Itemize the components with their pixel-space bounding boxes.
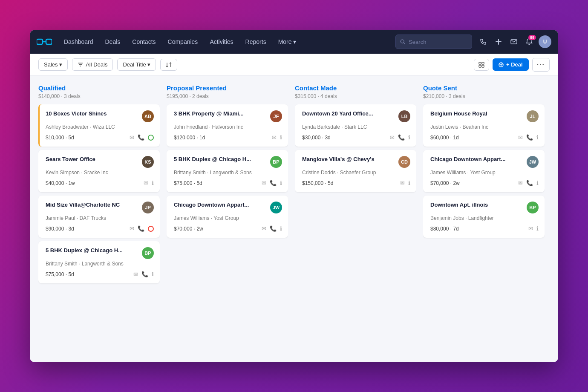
mail-icon: [510, 38, 517, 45]
col-meta-contact: $315,000 · 4 deals: [295, 93, 416, 99]
deal-card[interactable]: Downtown 20 Yard Office... LB Lynda Bark…: [295, 104, 416, 147]
list-view-btn[interactable]: [474, 59, 489, 71]
all-deals-btn[interactable]: All Deals: [72, 58, 113, 71]
mail-action-icon[interactable]: ✉: [262, 225, 266, 232]
deal-card[interactable]: 5 BHK Duplex @ Chicago H... BP Brittany …: [167, 150, 288, 192]
info-action-icon[interactable]: ℹ: [152, 180, 154, 186]
notifications-btn[interactable]: 89: [523, 36, 535, 48]
avatar: AB: [142, 110, 154, 122]
mail-action-icon[interactable]: ✉: [518, 180, 523, 186]
mail-icon-btn[interactable]: [508, 36, 520, 48]
info-action-icon[interactable]: ℹ: [536, 225, 539, 232]
sales-filter-btn[interactable]: Sales ▾: [38, 58, 68, 71]
deal-contact: Benjamin Jobs · Landfighter: [430, 215, 539, 221]
more-options-btn[interactable]: ···: [532, 58, 550, 72]
deal-actions: ✉ 📞 ℹ: [518, 134, 539, 141]
deal-amount: $75,000 · 5d: [46, 271, 74, 277]
nav-deals[interactable]: Deals: [100, 36, 126, 48]
phone-action-icon[interactable]: 📞: [398, 134, 405, 141]
deal-actions: ✉ 📞 ℹ: [262, 225, 282, 232]
user-avatar[interactable]: U: [539, 35, 551, 48]
col-title-quote: Quote Sent: [423, 84, 545, 92]
info-action-icon[interactable]: ℹ: [280, 225, 282, 232]
deal-actions: ✉ 📞: [130, 225, 154, 232]
nav-reports[interactable]: Reports: [240, 36, 271, 48]
nav-activities[interactable]: Activities: [205, 36, 238, 48]
phone-action-icon[interactable]: 📞: [526, 180, 533, 186]
deal-card[interactable]: Mid Size Villa@Charlotte NC JP Jammie Pa…: [38, 196, 160, 238]
mail-action-icon[interactable]: ✉: [133, 271, 138, 277]
mail-action-icon[interactable]: ✉: [272, 134, 277, 141]
deal-title: 5 BHK Duplex @ Chicago H...: [174, 156, 270, 162]
col-header-qualified: Qualified $140,000 · 3 deals: [38, 84, 160, 99]
add-deal-btn[interactable]: + Deal: [493, 58, 529, 71]
deal-card[interactable]: Manglove Villa's @ Chevy's CD Cristine D…: [295, 150, 416, 192]
deal-contact: Lynda Barksdale · Stark LLC: [302, 124, 410, 130]
mail-action-icon[interactable]: ✉: [400, 180, 405, 186]
mail-action-icon[interactable]: ✉: [528, 225, 533, 232]
avatar: JW: [527, 156, 539, 168]
info-action-icon[interactable]: ℹ: [536, 180, 539, 186]
deal-amount: $150,000 · 5d: [302, 180, 333, 186]
info-action-icon[interactable]: ℹ: [152, 271, 154, 277]
nav-companies[interactable]: Companies: [163, 36, 203, 48]
info-action-icon[interactable]: ℹ: [536, 134, 539, 141]
deal-card[interactable]: 10 Boxes Victor Shines AB Ashley Broadwa…: [38, 104, 160, 147]
deal-card[interactable]: 3 BHK Property @ Miami... JF John Friedl…: [167, 104, 288, 147]
avatar: LB: [398, 110, 410, 122]
deal-amount: $80,000 · 7d: [430, 226, 459, 232]
deal-actions: ✉ 📞: [130, 134, 154, 141]
phone-action-icon[interactable]: 📞: [526, 134, 533, 141]
deal-card[interactable]: Belgium House Royal JL Justin Lewis · Be…: [423, 104, 545, 147]
deal-card[interactable]: Chicago Downtown Appart... JW James Will…: [423, 150, 545, 192]
phone-action-icon[interactable]: 📞: [270, 180, 277, 186]
deal-card[interactable]: Downtown Apt. illnois BP Benjamin Jobs ·…: [423, 196, 545, 238]
phone-action-icon[interactable]: 📞: [270, 225, 277, 232]
phone-icon-btn[interactable]: [477, 36, 489, 48]
mail-action-icon[interactable]: ✉: [262, 180, 266, 186]
col-header-proposal: Proposal Presented $195,000 · 2 deals: [167, 84, 288, 99]
nav-contacts[interactable]: Contacts: [127, 36, 161, 48]
phone-icon: [480, 38, 487, 45]
search-input[interactable]: [409, 39, 467, 45]
deal-actions: ✉ 📞 ℹ: [390, 134, 410, 141]
phone-action-icon[interactable]: 📞: [138, 225, 144, 232]
deal-card[interactable]: Chicago Downtown Appart... JW James Will…: [167, 196, 288, 238]
mail-action-icon[interactable]: ✉: [390, 134, 395, 141]
nav-more[interactable]: More ▾: [273, 36, 302, 48]
deal-contact: James Williams · Yost Group: [174, 215, 282, 221]
plus-icon: [495, 38, 502, 45]
mail-action-icon[interactable]: ✉: [130, 225, 134, 232]
sort-btn[interactable]: [160, 59, 177, 71]
info-action-icon[interactable]: ℹ: [280, 180, 282, 186]
deal-card[interactable]: Sears Tower Office KS Kevin Simpson · Sr…: [38, 150, 160, 192]
app-logo[interactable]: [37, 37, 52, 47]
info-action-icon[interactable]: ℹ: [280, 134, 282, 141]
col-header-quote: Quote Sent $210,000 · 3 deals: [423, 84, 545, 99]
deal-actions: ✉ ℹ: [528, 225, 539, 232]
svg-rect-16: [482, 65, 484, 67]
search-box[interactable]: [395, 35, 472, 49]
avatar: JW: [270, 202, 282, 213]
add-icon-btn[interactable]: [493, 36, 504, 48]
info-action-icon[interactable]: ℹ: [408, 180, 410, 186]
search-icon: [400, 39, 405, 45]
deal-title-btn[interactable]: Deal Title ▾: [117, 58, 156, 71]
info-action-icon[interactable]: ℹ: [408, 134, 410, 141]
phone-action-icon[interactable]: 📞: [138, 134, 144, 141]
avatar: BP: [142, 247, 154, 259]
mail-action-icon[interactable]: ✉: [130, 134, 134, 141]
mail-action-icon[interactable]: ✉: [518, 134, 523, 141]
nav-dashboard[interactable]: Dashboard: [59, 36, 98, 48]
column-quote: Quote Sent $210,000 · 3 deals Belgium Ho…: [423, 84, 545, 354]
deal-contact: Justin Lewis · Beahan Inc: [430, 124, 539, 130]
toolbar-right: + Deal ···: [474, 58, 550, 72]
avatar: JP: [142, 202, 154, 213]
col-meta-proposal: $195,000 · 2 deals: [167, 93, 288, 99]
cards-proposal: 3 BHK Property @ Miami... JF John Friedl…: [167, 104, 288, 354]
nav-icon-group: 89 U: [477, 35, 551, 48]
mail-action-icon[interactable]: ✉: [144, 180, 148, 186]
phone-action-icon[interactable]: 📞: [141, 271, 148, 277]
deal-card[interactable]: 5 BHK Duplex @ Chicago H... BP Brittany …: [38, 241, 160, 283]
avatar: BP: [527, 202, 539, 213]
